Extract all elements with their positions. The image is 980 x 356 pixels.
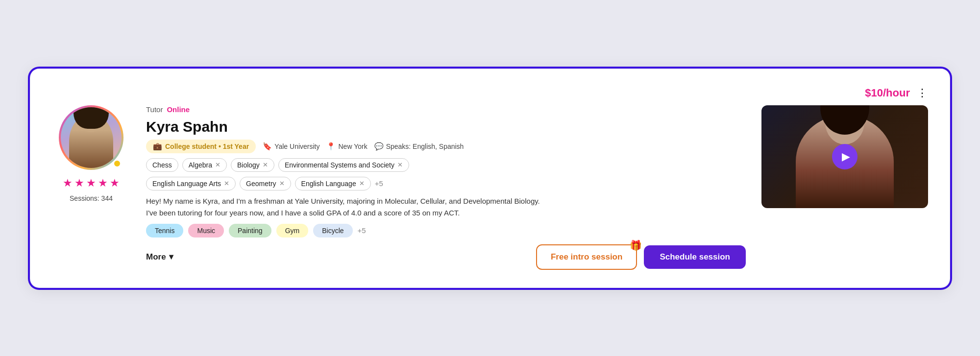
remove-geometry[interactable]: ✕: [279, 180, 285, 187]
university-item: 🔖 Yale University: [263, 142, 319, 151]
hobby-gym: Gym: [276, 224, 309, 237]
tutor-status-line: Tutor Online: [146, 105, 746, 114]
hobbies-row: Tennis Music Painting Gym Bicycle +5: [146, 224, 746, 237]
subjects-extra-count: +5: [375, 179, 383, 188]
speech-icon: 💬: [374, 142, 384, 151]
bio-text: Hey! My name is Kyra, and I'm a freshman…: [146, 195, 548, 219]
location-item: 📍 New York: [326, 142, 367, 151]
video-column: ▶: [761, 105, 928, 208]
action-buttons: Free intro session 🎁 Schedule session: [536, 244, 746, 270]
price-label: $10/hour: [865, 87, 910, 99]
online-status: Online: [167, 105, 190, 114]
star-rating: ★ ★ ★ ★ ★: [63, 177, 120, 190]
star-4: ★: [98, 177, 108, 190]
top-bar: $10/hour ⋮: [52, 87, 928, 99]
chevron-down-icon: ▾: [169, 252, 173, 262]
gift-icon: 🎁: [630, 239, 642, 251]
remove-environmental[interactable]: ✕: [397, 161, 403, 168]
subject-tag-english-lang: English Language ✕: [295, 177, 371, 190]
avatar-wrapper: [59, 105, 123, 170]
bottom-row: More ▾ Free intro session 🎁 Schedule ses…: [146, 244, 746, 270]
languages-item: 💬 Speaks: English, Spanish: [374, 142, 464, 151]
tutor-name: Kyra Spahn: [146, 119, 746, 135]
more-button[interactable]: More ▾: [146, 252, 173, 262]
star-2: ★: [74, 177, 84, 190]
subjects-row: Chess Algebra ✕ Biology ✕ Environmental …: [146, 158, 746, 172]
info-column: Tutor Online Kyra Spahn 💼 College studen…: [146, 105, 746, 270]
avatar: [61, 107, 122, 168]
star-1: ★: [63, 177, 73, 190]
subject-tag-environmental: Environmental Systems and Society ✕: [278, 158, 409, 172]
meta-row: 💼 College student • 1st Year 🔖 Yale Univ…: [146, 140, 746, 153]
tutor-label: Tutor: [146, 105, 163, 114]
briefcase-icon: 💼: [153, 142, 162, 151]
play-icon: ▶: [842, 150, 850, 163]
remove-ela[interactable]: ✕: [224, 180, 229, 187]
left-column: ★ ★ ★ ★ ★ Sessions: 344: [52, 105, 130, 202]
subjects-row-2: English Language Arts ✕ Geometry ✕ Engli…: [146, 177, 746, 190]
subject-tag-ela: English Language Arts ✕: [146, 177, 236, 190]
schedule-session-button[interactable]: Schedule session: [644, 245, 746, 269]
hobbies-extra-count: +5: [358, 226, 366, 235]
star-3: ★: [86, 177, 96, 190]
subject-tag-chess: Chess: [146, 158, 178, 172]
hobby-bicycle: Bicycle: [313, 224, 352, 237]
sessions-count: Sessions: 344: [70, 194, 113, 202]
online-dot: [113, 159, 122, 168]
student-badge: 💼 College student • 1st Year: [146, 140, 256, 153]
avatar-person: [69, 114, 113, 168]
subject-tag-geometry: Geometry ✕: [240, 177, 291, 190]
free-intro-button[interactable]: Free intro session 🎁: [536, 244, 637, 270]
hobby-tennis: Tennis: [146, 224, 183, 237]
remove-biology[interactable]: ✕: [263, 161, 268, 168]
hobby-painting: Painting: [229, 224, 271, 237]
bookmark-icon: 🔖: [263, 142, 272, 151]
play-button[interactable]: ▶: [832, 144, 858, 169]
star-5: ★: [110, 177, 120, 190]
tutor-card: $10/hour ⋮ ★ ★ ★ ★ ★ Sessions: 344 Tu: [29, 68, 951, 288]
location-icon: 📍: [326, 142, 336, 151]
more-dots-button[interactable]: ⋮: [917, 87, 928, 99]
remove-english-lang[interactable]: ✕: [359, 180, 365, 187]
video-thumbnail[interactable]: ▶: [761, 105, 928, 208]
main-content: ★ ★ ★ ★ ★ Sessions: 344 Tutor Online Kyr…: [52, 105, 928, 270]
remove-algebra[interactable]: ✕: [215, 161, 220, 168]
subject-tag-algebra: Algebra ✕: [182, 158, 227, 172]
hobby-music: Music: [188, 224, 224, 237]
subject-tag-biology: Biology ✕: [231, 158, 274, 172]
